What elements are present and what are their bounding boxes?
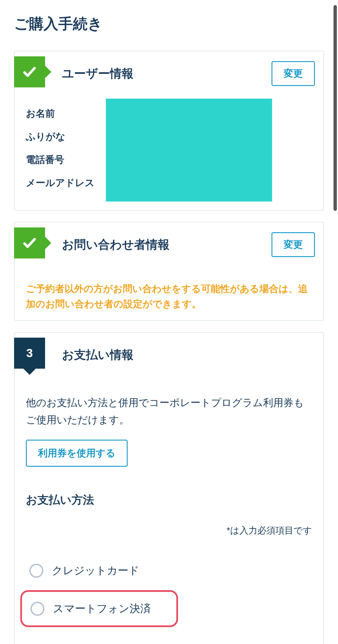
radio-icon (29, 564, 43, 578)
radio-label-credit-card: クレジットカード (52, 563, 139, 578)
user-info-card: ユーザー情報 変更 お名前 ふりがな 電話番号 メールアドレス (14, 51, 324, 211)
payment-description: 他のお支払い方法と併用でコーポレートプログラム利用券もご使用いただけます。 (26, 394, 312, 428)
user-info-labels: お名前 ふりがな 電話番号 メールアドレス (26, 99, 95, 189)
user-info-header: ユーザー情報 変更 (15, 51, 323, 96)
label-phone: 電話番号 (26, 153, 95, 166)
payment-header: 3 お支払い情報 (15, 333, 323, 377)
required-note: *は入力必須項目です (26, 525, 312, 537)
payment-body: 他のお支払い方法と併用でコーポレートプログラム利用券もご使用いただけます。 利用… (15, 377, 323, 644)
step-number: 3 (26, 346, 33, 360)
inquirer-info-title: お問い合わせ者情報 (62, 237, 272, 253)
inquirer-notice: ご予約者以外の方がお問い合わせをする可能性がある場合は、追加のお問い合わせ者の設… (15, 267, 323, 312)
inquirer-info-header: お問い合わせ者情報 変更 (15, 222, 323, 267)
radio-label-smartphone: スマートフォン決済 (53, 601, 151, 616)
step-badge-current: 3 (14, 338, 45, 369)
checkmark-icon (22, 64, 37, 79)
page-title: ご購入手続き (14, 14, 324, 34)
step-badge-done (14, 227, 45, 258)
label-name: お名前 (26, 107, 95, 120)
payment-title: お支払い情報 (62, 347, 315, 363)
radio-icon (30, 602, 45, 616)
payment-card: 3 お支払い情報 他のお支払い方法と併用でコーポレートプログラム利用券もご使用い… (14, 332, 324, 644)
change-inquirer-info-button[interactable]: 変更 (272, 232, 315, 257)
use-voucher-button[interactable]: 利用券を使用する (26, 440, 128, 467)
scrollbar-thumb[interactable] (333, 5, 337, 211)
radio-smartphone-payment[interactable]: スマートフォン決済 (20, 590, 178, 627)
label-email: メールアドレス (26, 176, 95, 189)
step-badge-done (14, 56, 45, 87)
user-info-body: お名前 ふりがな 電話番号 メールアドレス (15, 96, 323, 202)
radio-credit-card[interactable]: クレジットカード (26, 554, 312, 587)
redacted-values-block (106, 99, 272, 202)
change-user-info-button[interactable]: 変更 (272, 61, 315, 86)
payment-method-heading: お支払い方法 (26, 492, 312, 508)
user-info-title: ユーザー情報 (62, 66, 272, 81)
checkmark-icon (22, 235, 37, 251)
label-furigana: ふりがな (26, 130, 95, 143)
payment-method-radio-group: クレジットカード スマートフォン決済 (26, 554, 312, 627)
inquirer-info-card: お問い合わせ者情報 変更 ご予約者以外の方がお問い合わせをする可能性がある場合は… (14, 222, 324, 321)
